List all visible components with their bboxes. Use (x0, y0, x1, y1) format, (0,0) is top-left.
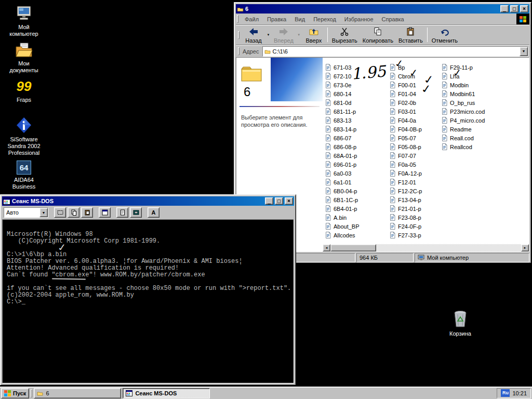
file-item[interactable]: F13-04-p (389, 195, 422, 204)
file-item[interactable]: 686-08-p (325, 142, 360, 151)
file-item[interactable]: Allcodes (325, 231, 360, 240)
desktop-icon-aida64[interactable]: 64 AIDA64 Business (4, 156, 44, 190)
menu-item[interactable]: Справка (378, 15, 408, 24)
file-item[interactable]: 681-0d (325, 98, 360, 107)
address-dropdown[interactable]: ▼ (520, 47, 528, 56)
file-item[interactable]: F24-0F-p (389, 222, 422, 231)
menu-item[interactable]: Файл (241, 15, 263, 24)
file-item[interactable]: F07-07 (389, 151, 422, 160)
file-item[interactable]: 696-01-p (325, 160, 360, 169)
file-item[interactable]: Reallcod (441, 142, 485, 151)
file-item[interactable]: F05-08-p (389, 142, 422, 151)
address-input[interactable]: C:\1\6 ▼ (262, 46, 529, 57)
menu-item[interactable]: Правка (263, 15, 290, 24)
file-item[interactable]: 6B4-01-p (325, 204, 360, 213)
cut-button[interactable]: Вырезать (329, 25, 360, 44)
start-button[interactable]: Пуск (1, 388, 29, 398)
scrollbar-thumb[interactable] (330, 244, 376, 251)
menu-item[interactable]: Вид (290, 15, 309, 24)
file-item[interactable]: F29-11-p (441, 63, 485, 72)
taskbar-grip[interactable] (31, 389, 32, 397)
minimize-button[interactable]: _ (265, 197, 273, 205)
file-item[interactable]: 6B0-04-p (325, 187, 360, 195)
menu-item[interactable]: Избранное (340, 15, 378, 24)
task-button-dos[interactable]: Сеанс MS-DOS (123, 388, 210, 398)
file-item[interactable]: P23micro.cod (441, 107, 485, 116)
file-item[interactable]: 673-0e (325, 81, 360, 89)
desktop-icon-fraps[interactable]: 99 Fraps (4, 76, 44, 103)
background-button[interactable] (130, 207, 142, 218)
copy-button[interactable] (68, 207, 79, 218)
file-item[interactable]: Modbin61 (441, 89, 485, 98)
paste-button[interactable] (81, 207, 93, 218)
desktop-icon-recycle-bin[interactable]: Корзина (441, 310, 480, 337)
file-item[interactable]: About_BP (325, 222, 360, 231)
minimize-button[interactable]: _ (500, 5, 509, 12)
desktop-icon-sandra[interactable]: SiSoftware Sandra 2002 Professional (4, 115, 44, 156)
file-item[interactable]: 686-07 (325, 134, 360, 142)
task-button-explorer[interactable]: 6 (34, 388, 121, 398)
file-item[interactable]: F05-07 (389, 134, 422, 142)
back-dropdown[interactable]: ▼ (265, 26, 271, 44)
file-item[interactable]: 68A-01-p (325, 151, 360, 160)
desktop-icon-my-documents[interactable]: Мои документы (4, 39, 44, 74)
file-item[interactable]: Readme (441, 125, 485, 134)
file-item[interactable]: Cbrom (389, 72, 422, 81)
font-button[interactable]: A (148, 207, 159, 218)
forward-button[interactable]: Вперед (271, 25, 296, 44)
file-item[interactable]: F04-0B-p (389, 125, 422, 134)
menu-item[interactable]: Переход (309, 15, 340, 24)
addressbar-grip[interactable] (238, 47, 240, 55)
file-item[interactable]: 671-03 (325, 63, 360, 72)
file-item[interactable]: P4_micro.cod (441, 116, 485, 125)
forward-dropdown[interactable]: ▼ (296, 26, 302, 44)
horizontal-scrollbar[interactable]: ◄ ► (323, 244, 529, 251)
file-item[interactable]: Bp (389, 63, 422, 72)
file-item[interactable]: F0a-05 (389, 160, 422, 169)
scroll-right-icon[interactable]: ► (521, 244, 529, 251)
file-item[interactable]: F27-33-p (389, 231, 422, 240)
dos-titlebar[interactable]: Сеанс MS-DOS _ □ × (2, 196, 294, 206)
fullscreen-button[interactable] (99, 207, 111, 218)
up-button[interactable]: Вверх (302, 25, 326, 44)
file-item[interactable]: O_bp_rus (441, 98, 485, 107)
file-item[interactable]: F23-08-p (389, 213, 422, 222)
file-item[interactable]: 6a1-01 (325, 178, 360, 187)
file-item[interactable]: A.bin (325, 213, 360, 222)
close-button[interactable]: × (520, 5, 528, 12)
file-item[interactable]: 681-11-p (325, 107, 360, 116)
paste-button[interactable]: Вставить (396, 25, 425, 44)
scroll-left-icon[interactable]: ◄ (323, 244, 330, 251)
file-item[interactable]: Modbin (441, 81, 485, 89)
file-item[interactable]: F03-01 (389, 107, 422, 116)
font-size-select[interactable]: Авто ▼ (4, 207, 48, 218)
file-item[interactable]: 683-14-p (325, 125, 360, 134)
mark-button[interactable] (54, 207, 66, 218)
desktop-icon-my-computer[interactable]: Мой компьютер (4, 3, 44, 37)
file-item[interactable]: F02-0b (389, 98, 422, 107)
file-item[interactable]: 683-13 (325, 116, 360, 125)
explorer-titlebar[interactable]: 6 _ □ × (236, 4, 529, 14)
file-item[interactable]: F0A-12-p (389, 169, 422, 178)
maximize-button[interactable]: □ (510, 5, 518, 12)
file-item[interactable]: F12-2C-p (389, 187, 422, 195)
properties-button[interactable] (116, 207, 128, 218)
file-item[interactable]: 672-10 (325, 72, 360, 81)
file-item[interactable]: F12-01 (389, 178, 422, 187)
file-item[interactable]: 6B1-1C-p (325, 195, 360, 204)
maximize-button[interactable]: □ (275, 197, 283, 205)
file-item[interactable]: F01-04 (389, 89, 422, 98)
font-size-dropdown[interactable]: ▼ (39, 208, 48, 217)
language-indicator[interactable]: Ru (501, 389, 510, 397)
copy-button[interactable]: Копировать (360, 25, 396, 44)
file-item[interactable]: F04-0a (389, 116, 422, 125)
file-item[interactable]: F00-01 (389, 81, 422, 89)
undo-button[interactable]: Отменить (429, 25, 460, 44)
menubar-grip[interactable] (237, 15, 238, 23)
toolbar-grip[interactable] (238, 31, 240, 39)
file-item[interactable]: F21-01-p (389, 204, 422, 213)
file-item[interactable]: 6a0-03 (325, 169, 360, 178)
file-item[interactable]: Reall.cod (441, 134, 485, 142)
file-item[interactable]: 680-14 (325, 89, 360, 98)
file-item[interactable]: Lha (441, 72, 485, 81)
